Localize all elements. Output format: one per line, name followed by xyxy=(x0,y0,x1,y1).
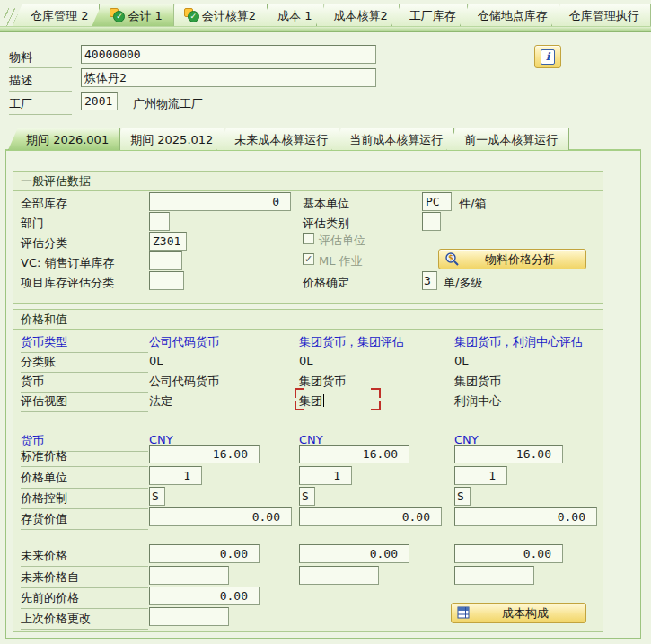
tab-previous-costing-run[interactable]: 前一成本核算运行 xyxy=(446,128,569,150)
tab-period-previous[interactable]: 期间 2025.012 xyxy=(112,128,224,150)
cost-components-label: 成本构成 xyxy=(471,605,580,622)
future-price-from-input-2[interactable] xyxy=(299,566,379,585)
valuation-view-col3: 利润中心 xyxy=(454,393,501,410)
currency-type-col3: 集团货币，利润中心评估 xyxy=(454,334,583,350)
currency-type-label: 货币类型 xyxy=(21,334,148,353)
future-price-input-3[interactable] xyxy=(454,544,563,563)
cost-components-button[interactable]: 成本构成 xyxy=(451,603,586,623)
price-control-input-2[interactable] xyxy=(299,487,315,506)
valuation-category-input[interactable] xyxy=(422,212,441,231)
valuation-category-label: 评估类别 xyxy=(303,216,349,232)
material-label: 物料 xyxy=(9,49,72,68)
info-icon: i xyxy=(541,49,555,65)
currency-col3: 集团货币 xyxy=(454,374,501,390)
future-price-input-1[interactable] xyxy=(149,544,260,563)
inventory-value-input-1[interactable] xyxy=(149,507,292,526)
valuation-view-col2[interactable]: 集团 xyxy=(299,393,324,410)
division-input[interactable] xyxy=(149,212,170,231)
standard-price-input-3[interactable] xyxy=(454,445,563,463)
previous-price-label: 先前的价格 xyxy=(21,590,148,609)
future-price-from-input-3[interactable] xyxy=(454,566,534,585)
view-tabstrip: 仓库管理 2 ✓会计 1 ✓会计核算2 成本 1 成本核算2 工厂库存 仓储地点… xyxy=(4,4,651,26)
base-unit-input[interactable] xyxy=(422,192,452,211)
valuation-class-label: 评估分类 xyxy=(21,235,67,251)
project-stock-val-class-label: 项目库存评估分类 xyxy=(21,275,114,291)
last-price-change-input[interactable] xyxy=(149,607,229,626)
valuation-view-col1: 法定 xyxy=(149,393,172,410)
material-price-analysis-button[interactable]: $ 物料价格分析 xyxy=(438,249,586,269)
base-unit-label: 基本单位 xyxy=(303,196,349,212)
currency-row-label: 货币 xyxy=(21,374,148,393)
ledger-col3: 0L xyxy=(454,354,469,367)
previous-price-input[interactable] xyxy=(149,587,260,605)
standard-price-input-1[interactable] xyxy=(149,445,260,463)
period-tabstrip: 期间 2026.001 期间 2025.012 未来成本核算运行 当前成本核算运… xyxy=(8,128,569,150)
vc-sales-order-stock-label: VC: 销售订单库存 xyxy=(21,255,114,271)
tab-warehouse-mgmt-2[interactable]: 仓库管理 2 xyxy=(13,4,100,26)
valuation-unit-checkbox[interactable] xyxy=(303,233,314,244)
project-stock-val-class-input[interactable] xyxy=(149,271,184,290)
price-unit-input-3[interactable] xyxy=(454,466,507,485)
vc-sales-order-stock-input[interactable] xyxy=(149,251,182,270)
currency-type-col1: 公司代码货币 xyxy=(149,334,219,350)
price-control-input-1[interactable] xyxy=(149,487,165,506)
total-stock-label: 全部库存 xyxy=(21,196,67,212)
description-input[interactable] xyxy=(81,68,376,87)
material-input[interactable] xyxy=(81,45,376,64)
ml-active-checkbox[interactable]: ✓ xyxy=(303,253,314,265)
inventory-value-input-3[interactable] xyxy=(454,507,597,526)
currency-type-col2: 集团货币，集团评估 xyxy=(299,334,404,350)
tab-storage-location-stock[interactable]: 仓储地点库存 xyxy=(460,4,559,26)
future-price-from-input-1[interactable] xyxy=(149,566,229,585)
tab-costing-2[interactable]: 成本核算2 xyxy=(316,4,400,26)
tab-current-costing-run[interactable]: 当前成本核算运行 xyxy=(331,128,454,150)
valuation-class-input[interactable] xyxy=(149,232,187,251)
last-price-change-label: 上次价格更改 xyxy=(21,611,148,630)
ledger-col1: 0L xyxy=(149,354,163,367)
total-stock-input[interactable] xyxy=(149,192,291,211)
svg-text:$: $ xyxy=(448,254,453,262)
price-unit-label: 价格单位 xyxy=(21,470,148,489)
description-label: 描述 xyxy=(9,73,72,92)
general-valuation-groupbox: 一般评估数据 全部库存 部门 评估分类 VC: 销售订单库存 项目库存评估分类 … xyxy=(13,171,603,304)
future-price-label: 未来价格 xyxy=(21,548,148,567)
period-tab-panel: 一般评估数据 全部库存 部门 评估分类 VC: 销售订单库存 项目库存评估分类 … xyxy=(5,149,641,639)
price-determination-label: 价格确定 xyxy=(303,275,349,291)
price-unit-input-2[interactable] xyxy=(299,466,352,485)
info-button[interactable]: i xyxy=(534,45,561,68)
tab-plant-stock[interactable]: 工厂库存 xyxy=(391,4,468,26)
base-unit-suffix: 件/箱 xyxy=(459,196,486,212)
view-complete-icon: ✓ xyxy=(110,9,125,22)
tab-period-current[interactable]: 期间 2026.001 xyxy=(8,128,120,150)
price-determination-suffix: 单/多级 xyxy=(444,275,482,291)
valuation-view-label: 评估视图 xyxy=(21,393,148,412)
table-grid-icon xyxy=(457,606,471,620)
future-price-from-label: 未来价格自 xyxy=(21,569,148,588)
tabstrip-divider xyxy=(0,26,651,32)
tab-accounting-1[interactable]: ✓会计 1 xyxy=(92,4,173,26)
standard-price-input-2[interactable] xyxy=(299,445,409,463)
ledger-col2: 0L xyxy=(299,354,313,367)
tab-future-costing-run[interactable]: 未来成本核算运行 xyxy=(216,128,339,150)
currency-col1: 公司代码货币 xyxy=(149,374,219,390)
tab-accounting-2[interactable]: ✓会计核算2 xyxy=(166,4,268,26)
price-control-input-3[interactable] xyxy=(454,487,471,506)
tab-warehouse-mgmt-exec[interactable]: 仓库管理执行 xyxy=(551,4,651,26)
prices-values-groupbox: 价格和值 货币类型 公司代码货币 集团货币，集团评估 集团货币，利润中心评估 分… xyxy=(13,309,603,632)
text-cursor xyxy=(323,394,324,407)
inventory-value-label: 存货价值 xyxy=(21,511,148,530)
division-label: 部门 xyxy=(21,216,44,232)
plant-label: 工厂 xyxy=(9,96,72,115)
standard-price-label: 标准价格 xyxy=(21,448,148,467)
future-price-input-2[interactable] xyxy=(299,544,409,563)
inventory-value-input-2[interactable] xyxy=(299,507,442,526)
material-price-analysis-label: 物料价格分析 xyxy=(460,251,580,268)
price-analysis-magnifier-icon: $ xyxy=(444,251,460,267)
price-determination-input[interactable] xyxy=(422,271,437,290)
tab-costing-1[interactable]: 成本 1 xyxy=(260,4,323,26)
general-valuation-title: 一般评估数据 xyxy=(13,172,603,191)
price-unit-input-1[interactable] xyxy=(149,466,202,485)
plant-name-text: 广州物流工厂 xyxy=(133,96,203,112)
plant-input[interactable] xyxy=(81,92,118,110)
view-complete-icon: ✓ xyxy=(184,9,199,22)
